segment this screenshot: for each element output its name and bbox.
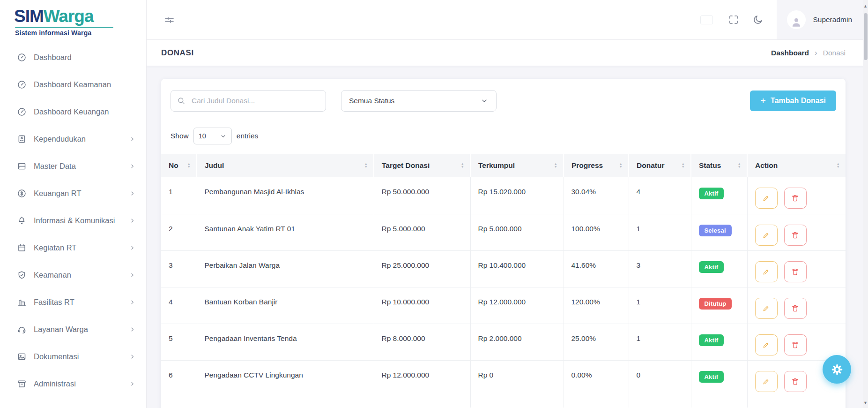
- column-label: Judul: [205, 161, 224, 170]
- cell-progress: 100.00%: [564, 214, 629, 250]
- sidebar-item-administrasi[interactable]: Administrasi: [0, 370, 146, 398]
- cell-no: 1: [161, 177, 197, 214]
- cell-no: 6: [161, 360, 197, 397]
- sidebar: SIMWarga Sistem informasi Warga Dashboar…: [0, 0, 147, 408]
- sidebar-item-dashboard-keuangan[interactable]: Dashboard Keuangan: [0, 98, 146, 126]
- edit-button[interactable]: [755, 371, 778, 392]
- cell-target-donasi: Rp 5.000.000: [374, 214, 470, 250]
- add-donasi-button[interactable]: + Tambah Donasi: [750, 91, 836, 111]
- cell-no: 2: [161, 214, 197, 250]
- dollar-circle-icon: [17, 189, 27, 198]
- edit-button[interactable]: [755, 188, 778, 209]
- scroll-up-icon[interactable]: ▲: [863, 4, 868, 8]
- column-header-target-donasi[interactable]: Target Donasi▲▼: [374, 154, 470, 177]
- delete-button[interactable]: [784, 371, 807, 392]
- breadcrumb-dashboard-link[interactable]: Dashboard: [771, 49, 809, 57]
- trash-icon: [791, 378, 799, 385]
- dark-mode-moon-icon[interactable]: [752, 14, 764, 25]
- shield-check-icon: [17, 270, 27, 280]
- cell-donatur: 4: [629, 177, 691, 214]
- status-filter-select[interactable]: Semua Status: [341, 90, 497, 112]
- cell-judul: Bantuan Korban Banjir: [197, 287, 374, 324]
- sidebar-item-label: Keamanan: [34, 271, 71, 280]
- pencil-icon: [762, 304, 770, 312]
- sidebar-item-layanan-warga[interactable]: Layanan Warga: [0, 316, 146, 343]
- column-header-action[interactable]: Action▲▼: [747, 154, 846, 177]
- toolbar: Semua Status + Tambah Donasi: [161, 79, 846, 112]
- delete-button[interactable]: [784, 298, 807, 319]
- table-row: 2Santunan Anak Yatim RT 01Rp 5.000.000Rp…: [161, 214, 846, 250]
- edit-button[interactable]: [755, 298, 778, 319]
- sidebar-item-keamanan[interactable]: Keamanan: [0, 262, 146, 289]
- sidebar-item-dashboard[interactable]: Dashboard: [0, 44, 146, 71]
- chevron-right-icon: [129, 136, 136, 143]
- sidebar-item-label: Informasi & Komunikasi: [34, 216, 115, 225]
- column-header-donatur[interactable]: Donatur▲▼: [629, 154, 691, 177]
- cell-donatur: 1: [629, 287, 691, 324]
- cell-action: [747, 287, 846, 324]
- sidebar-item-keuangan-rt[interactable]: Keuangan RT: [0, 180, 146, 207]
- edit-button[interactable]: [755, 261, 778, 282]
- cell-judul: Pembangunan Masjid Al-Ikhlas: [197, 177, 374, 214]
- show-label: Show: [171, 132, 189, 140]
- cell-target-donasi: Rp 10.000.000: [374, 287, 470, 324]
- calendar-icon: [17, 243, 27, 253]
- sidebar-item-label: Keuangan RT: [34, 189, 82, 198]
- edit-button[interactable]: [755, 334, 778, 355]
- table-header-row: No▲▼Judul▲▼Target Donasi▲▼Terkumpul▲▼Pro…: [161, 154, 846, 177]
- sidebar-item-dashboard-keamanan[interactable]: Dashboard Keamanan: [0, 71, 146, 98]
- column-label: Status: [699, 161, 721, 170]
- cell-target-donasi: Rp 12.000.000: [374, 360, 470, 397]
- settings-fab[interactable]: [823, 355, 851, 384]
- delete-button[interactable]: [784, 188, 807, 209]
- table-row: 3Perbaikan Jalan WargaRp 25.000.000Rp 10…: [161, 250, 846, 287]
- sidebar-item-informasi-komunikasi[interactable]: Informasi & Komunikasi: [0, 207, 146, 234]
- column-header-judul[interactable]: Judul▲▼: [197, 154, 374, 177]
- column-label: Progress: [571, 161, 603, 170]
- cell-target-donasi: Rp 8.000.000: [374, 324, 470, 360]
- column-header-status[interactable]: Status▲▼: [691, 154, 747, 177]
- topbar-right: Superadmin: [700, 0, 868, 39]
- cell-status: Aktif: [691, 324, 747, 360]
- column-label: Terkumpul: [478, 161, 515, 170]
- menu-toggle-icon[interactable]: [163, 14, 175, 26]
- vertical-scrollbar[interactable]: ▲ ▼: [863, 0, 868, 408]
- sidebar-item-kependudukan[interactable]: Kependudukan: [0, 126, 146, 153]
- delete-button[interactable]: [784, 261, 807, 282]
- indonesia-flag-icon[interactable]: [700, 15, 713, 24]
- delete-button[interactable]: [784, 334, 807, 355]
- page-header: DONASI Dashboard › Donasi: [147, 40, 868, 66]
- cell-status: Aktif: [691, 177, 747, 214]
- delete-button[interactable]: [784, 225, 807, 246]
- sidebar-item-fasilitas-rt[interactable]: Fasilitas RT: [0, 289, 146, 316]
- page-size-select[interactable]: 10: [193, 128, 232, 144]
- gauge-icon: [17, 53, 27, 62]
- column-header-no[interactable]: No▲▼: [161, 154, 197, 177]
- sidebar-item-label: Fasilitas RT: [34, 298, 74, 307]
- content: Semua Status + Tambah Donasi Show 10: [147, 66, 868, 408]
- scrollbar-thumb[interactable]: [864, 13, 868, 60]
- sidebar-item-master-data[interactable]: Master Data: [0, 153, 146, 180]
- cell-status: Selesai: [691, 214, 747, 250]
- scroll-down-icon[interactable]: ▼: [863, 400, 868, 405]
- fullscreen-icon[interactable]: [728, 14, 739, 25]
- trash-icon: [791, 268, 799, 276]
- user-menu[interactable]: Superadmin: [777, 0, 868, 39]
- column-header-progress[interactable]: Progress▲▼: [564, 154, 629, 177]
- cell-terkumpul: Rp 12.000.000: [470, 287, 564, 324]
- chevron-down-icon: [220, 133, 227, 140]
- table-body: 1Pembangunan Masjid Al-IkhlasRp 50.000.0…: [161, 177, 846, 408]
- sidebar-item-label: Dashboard Keamanan: [34, 80, 111, 89]
- table-row-partial: [161, 397, 846, 408]
- table-icon: [17, 161, 27, 171]
- brand-logo[interactable]: SIMWarga Sistem informasi Warga: [0, 0, 146, 39]
- column-header-terkumpul[interactable]: Terkumpul▲▼: [470, 154, 564, 177]
- search-input[interactable]: [171, 90, 326, 112]
- edit-button[interactable]: [755, 225, 778, 246]
- breadcrumb: Dashboard › Donasi: [771, 48, 846, 58]
- table-row: 4Bantuan Korban BanjirRp 10.000.000Rp 12…: [161, 287, 846, 324]
- cell-status: Aktif: [691, 360, 747, 397]
- sidebar-item-dokumentasi[interactable]: Dokumentasi: [0, 343, 146, 370]
- sidebar-item-kegiatan-rt[interactable]: Kegiatan RT: [0, 234, 146, 262]
- sort-icon: ▲▼: [187, 163, 191, 168]
